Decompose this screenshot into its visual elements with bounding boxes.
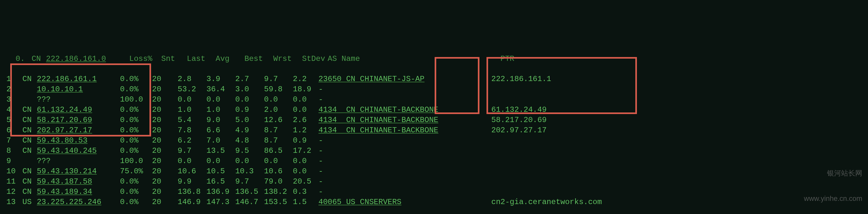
cell-last: 6.2 xyxy=(178,135,207,146)
watermark-line1: 银河站长网 xyxy=(804,169,862,178)
table-row: 9???100.0200.00.00.00.00.0- xyxy=(6,156,862,166)
cell-asname: 4134 CN CHINANET-BACKBONE xyxy=(318,115,491,125)
cell-last: 136.8 xyxy=(178,187,207,197)
cell-stdev: 0.0 xyxy=(293,156,318,166)
table-row: 12CN59.43.189.340.0%20136.8136.9136.5138… xyxy=(6,187,862,197)
cell-loss: 0.0% xyxy=(120,74,152,84)
cell-snt: 20 xyxy=(152,105,178,115)
cell-last: 2.8 xyxy=(178,74,207,84)
cell-snt: 20 xyxy=(152,84,178,94)
header-row: 0.CN222.186.161.0Loss%SntLastAvgBestWrst… xyxy=(6,43,862,54)
table-row: 10CN59.43.130.21475.0%2010.610.510.310.6… xyxy=(6,166,862,177)
cell-hop: 10 xyxy=(6,166,22,177)
cell-hop: 7 xyxy=(6,135,22,146)
cell-stdev: 17.2 xyxy=(293,146,318,156)
cell-snt: 20 xyxy=(152,115,178,125)
watermark: 银河站长网 www.yinhe.cn.com xyxy=(804,152,862,211)
cell-stdev: 0.3 xyxy=(293,187,318,197)
table-row: 7CN59.43.80.530.0%206.27.04.88.70.9- xyxy=(6,135,862,146)
cell-stdev: 0.0 xyxy=(293,166,318,177)
cell-last: 9.7 xyxy=(178,146,207,156)
cell-loss: 0.0% xyxy=(120,125,152,135)
cell-cc: CN xyxy=(22,74,37,84)
cell-snt: 20 xyxy=(152,94,178,105)
cell-loss: 0.0% xyxy=(120,146,152,156)
table-row: 210.10.10.10.0%2053.236.43.059.818.9- xyxy=(6,84,862,94)
cell-stdev: 2.2 xyxy=(293,74,318,84)
cell-stdev: 2.6 xyxy=(293,115,318,125)
cell-snt: 20 xyxy=(152,166,178,177)
cell-last: 7.8 xyxy=(178,125,207,135)
hdr-snt: Snt xyxy=(161,54,187,64)
cell-ptr: 202.97.27.17 xyxy=(491,125,547,135)
cell-wrst: 79.0 xyxy=(264,177,293,187)
cell-asname: - xyxy=(318,135,491,146)
cell-avg: 7.0 xyxy=(207,135,235,146)
cell-ip: 58.217.20.69 xyxy=(37,115,120,125)
cell-wrst: 0.0 xyxy=(264,94,293,105)
cell-avg: 1.0 xyxy=(207,105,235,115)
cell-ip: 222.186.161.1 xyxy=(37,74,120,84)
hdr-hop: 0. xyxy=(16,54,32,64)
hdr-stdev: StDev xyxy=(302,54,328,64)
cell-last: 146.9 xyxy=(178,197,207,207)
cell-last: 1.0 xyxy=(178,105,207,115)
cell-avg: 136.9 xyxy=(207,187,235,197)
table-row: 11CN59.43.187.580.0%209.916.59.779.020.5… xyxy=(6,177,862,187)
cell-asname: 4134 CN CHINANET-BACKBONE xyxy=(318,105,491,115)
cell-ip: ??? xyxy=(37,156,120,166)
table-row: 5CN58.217.20.690.0%205.49.05.012.62.6413… xyxy=(6,115,862,125)
table-row: 8CN59.43.140.2450.0%209.713.59.586.517.2… xyxy=(6,146,862,156)
cell-stdev: 0.0 xyxy=(293,105,318,115)
cell-ptr: 222.186.161.1 xyxy=(491,74,551,84)
hdr-wrst: Wrst xyxy=(273,54,302,64)
cell-last: 10.6 xyxy=(178,166,207,177)
cell-hop: 3 xyxy=(6,94,22,105)
cell-best: 5.0 xyxy=(235,115,264,125)
cell-hop: 6 xyxy=(6,125,22,135)
cell-last: 0.0 xyxy=(178,94,207,105)
cell-best: 0.0 xyxy=(235,94,264,105)
cell-avg: 6.6 xyxy=(207,125,235,135)
cell-cc: CN xyxy=(22,105,37,115)
cell-ptr: 61.132.24.49 xyxy=(491,105,547,115)
cell-best: 2.7 xyxy=(235,74,264,84)
cell-snt: 20 xyxy=(152,125,178,135)
cell-cc: CN xyxy=(22,187,37,197)
cell-snt: 20 xyxy=(152,135,178,146)
watermark-line2: www.yinhe.cn.com xyxy=(804,194,862,203)
cell-cc: CN xyxy=(22,177,37,187)
cell-loss: 75.0% xyxy=(120,166,152,177)
cell-loss: 100.0 xyxy=(120,94,152,105)
cell-avg: 36.4 xyxy=(207,84,235,94)
cell-ptr: 58.217.20.69 xyxy=(491,115,547,125)
cell-wrst: 8.7 xyxy=(264,135,293,146)
cell-ip: 59.43.140.245 xyxy=(37,146,120,156)
cell-best: 4.8 xyxy=(235,135,264,146)
hdr-avg: Avg xyxy=(216,54,245,64)
cell-hop: 8 xyxy=(6,146,22,156)
cell-ip: 59.43.80.53 xyxy=(37,135,120,146)
cell-cc: CN xyxy=(22,125,37,135)
cell-asname: - xyxy=(318,146,491,156)
hdr-loss: Loss% xyxy=(129,54,161,64)
cell-last: 0.0 xyxy=(178,156,207,166)
cell-loss: 0.0% xyxy=(120,84,152,94)
cell-asname: 4134 CN CHINANET-BACKBONE xyxy=(318,125,491,135)
cell-ptr: cn2-gia.ceranetworks.com xyxy=(491,197,602,207)
cell-wrst: 2.0 xyxy=(264,105,293,115)
hdr-asname: AS Name xyxy=(328,54,501,64)
cell-wrst: 138.2 xyxy=(264,187,293,197)
cell-ip: ??? xyxy=(37,94,120,105)
cell-asname: - xyxy=(318,84,491,94)
cell-stdev: 20.5 xyxy=(293,177,318,187)
hdr-ptr: PTR xyxy=(501,54,514,64)
cell-best: 9.5 xyxy=(235,146,264,156)
hdr-cc: CN xyxy=(32,54,46,64)
cell-best: 9.7 xyxy=(235,177,264,187)
cell-ip: 23.225.225.246 xyxy=(37,197,120,207)
cell-avg: 10.5 xyxy=(207,166,235,177)
cell-asname: - xyxy=(318,166,491,177)
cell-avg: 0.0 xyxy=(207,156,235,166)
cell-hop: 4 xyxy=(6,105,22,115)
